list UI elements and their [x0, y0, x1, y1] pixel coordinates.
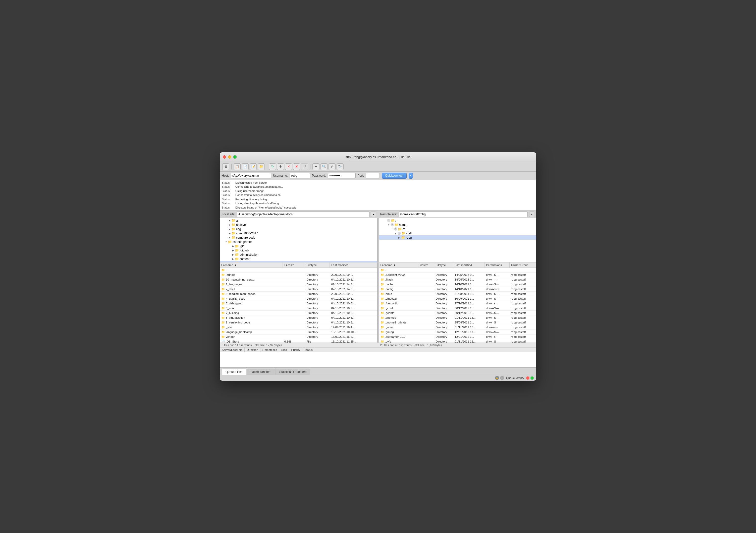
- local-tree-item[interactable]: ▶📁archive: [220, 223, 377, 227]
- type-cell: Directory: [434, 287, 453, 292]
- quickconnect-button[interactable]: Quickconnect: [382, 173, 407, 179]
- local-tree-item[interactable]: ▶📁administration: [220, 252, 377, 257]
- directory-btn[interactable]: 📁: [258, 164, 265, 170]
- remote-file-row[interactable]: 📁.gconfDirectory30/12/2012 1...drwx--S--…: [379, 306, 536, 311]
- remote-site-dropdown[interactable]: ▾: [529, 212, 534, 217]
- copy-btn[interactable]: 📋: [233, 164, 241, 170]
- remote-col-filetype[interactable]: Filetype: [434, 263, 453, 268]
- remote-tree-item[interactable]: ▾?📁staff: [379, 231, 536, 235]
- local-col-filename[interactable]: Filename ▲: [220, 263, 283, 268]
- local-file-row[interactable]: 📁vendorDirectory16/09/2021 16:2...: [220, 335, 377, 339]
- tree-item-label: home: [399, 223, 407, 227]
- queue-col-direction[interactable]: Direction: [245, 347, 260, 352]
- queue-col-remote[interactable]: Remote file: [260, 347, 279, 352]
- local-tree-item[interactable]: ▶📁compare-code: [220, 235, 377, 240]
- toggle-tree-btn[interactable]: ⚙: [277, 164, 284, 170]
- search-btn[interactable]: 🔍: [320, 164, 328, 170]
- remote-file-row[interactable]: 📁.gconfdDirectory30/12/2012 1...drwx--S-…: [379, 311, 536, 316]
- close-button[interactable]: [223, 155, 226, 159]
- local-file-row[interactable]: 📁2_shellDirectory07/10/2021 14:3...: [220, 287, 377, 292]
- remote-file-row[interactable]: 📁.gstreamer-0.10Directory12/01/2012 1...…: [379, 335, 536, 339]
- local-file-row[interactable]: 📁1_languagesDirectory07/10/2021 14:3...: [220, 282, 377, 287]
- local-tree-item[interactable]: ▾📁cs-tech-primer: [220, 240, 377, 244]
- view-btn[interactable]: 📄: [242, 164, 249, 170]
- local-file-row[interactable]: 📁8_virtualizationDirectory04/10/2021 10:…: [220, 316, 377, 320]
- port-input[interactable]: [366, 173, 380, 178]
- remote-tree-item[interactable]: ▾?📁cs: [379, 227, 536, 231]
- local-file-row[interactable]: 📁..: [220, 268, 377, 272]
- maximize-button[interactable]: [233, 155, 237, 159]
- remote-file-row[interactable]: 📁.emacs.dDirectory16/09/2021 1...drwx--S…: [379, 296, 536, 301]
- queue-col-priority[interactable]: Priority: [289, 347, 302, 352]
- remote-file-row[interactable]: 📁.cacheDirectory14/10/2021 1...drwx--S--…: [379, 282, 536, 287]
- remote-col-filename[interactable]: Filename ▲: [379, 263, 417, 268]
- remote-file-row[interactable]: 📁.gvfsDirectory01/11/2011 15...drwx--S--…: [379, 339, 536, 343]
- ownergroup-cell: robg csstaff: [509, 335, 536, 339]
- local-tree-item[interactable]: ▶📁.github: [220, 248, 377, 252]
- local-file-row[interactable]: 📁.bundleDirectory29/09/2021 09:...: [220, 272, 377, 277]
- local-file-row[interactable]: 📁3_reading_man_pagesDirectory29/09/2021 …: [220, 292, 377, 296]
- local-site-dropdown[interactable]: ▾: [371, 212, 376, 217]
- remote-col-ownergroup[interactable]: Owner/Group: [509, 263, 536, 268]
- host-input[interactable]: [231, 173, 271, 178]
- refresh-btn[interactable]: ↻: [269, 164, 276, 170]
- local-file-row[interactable]: 📁10_maintaining_serv...Directory04/10/20…: [220, 277, 377, 282]
- remote-col-permissions[interactable]: Permissions: [484, 263, 509, 268]
- remote-file-row[interactable]: 📁.Spotlight-V100Directory14/05/2018 0...…: [379, 272, 536, 277]
- local-site-path[interactable]: [237, 212, 369, 217]
- remote-file-row[interactable]: 📁.TrashDirectory14/05/2018 1...drwx-----…: [379, 277, 536, 282]
- folder-icon: 📁: [221, 278, 225, 281]
- local-tree-item[interactable]: ▶📁content: [220, 257, 377, 261]
- local-file-row[interactable]: 📁6_unixDirectory04/10/2021 10:5...: [220, 306, 377, 311]
- local-tree-item[interactable]: ▶📁comp1030-2017: [220, 231, 377, 235]
- local-file-row[interactable]: 📁5_debuggingDirectory04/10/2021 10:5...: [220, 301, 377, 306]
- remote-file-row[interactable]: 📁.gnome2Directory01/11/2011 15...drwx--S…: [379, 316, 536, 320]
- remote-file-row[interactable]: 📁..: [379, 268, 536, 272]
- tree-item-label: .github: [240, 249, 249, 252]
- local-tree-item[interactable]: ▶📁cog: [220, 227, 377, 231]
- password-input[interactable]: [328, 173, 356, 178]
- remote-file-row[interactable]: 📁.gnoteDirectory01/11/2011 15...drwx--s-…: [379, 325, 536, 330]
- sync-browse-btn[interactable]: ⇄: [329, 164, 336, 170]
- remote-site-path[interactable]: [399, 212, 528, 217]
- local-tree-item[interactable]: ▶📁.git: [220, 244, 377, 248]
- folder-icon: 📁: [391, 218, 395, 222]
- username-input[interactable]: [290, 173, 310, 178]
- remote-col-filesize[interactable]: Filesize: [417, 263, 434, 268]
- open-filter-btn[interactable]: ≡: [312, 164, 319, 170]
- remote-tree-item[interactable]: ▾?📁home: [379, 223, 536, 227]
- local-file-row[interactable]: 📁_siteDirectory17/09/2021 16:4...: [220, 325, 377, 330]
- remote-file-row[interactable]: 📁.gnupgDirectory12/01/2012 17...drwx--S-…: [379, 330, 536, 335]
- compare-btn[interactable]: 🔭: [337, 164, 343, 170]
- remote-col-lastmod[interactable]: Last modified: [453, 263, 484, 268]
- cancel-btn[interactable]: ✕: [285, 164, 292, 170]
- tab-failed[interactable]: Failed transfers: [247, 368, 275, 375]
- site-manager-btn[interactable]: ⊞: [222, 164, 229, 170]
- edit-btn[interactable]: 📝: [250, 164, 257, 170]
- remote-file-row[interactable]: 📁.configDirectory14/10/2021 1...drwxr-sr…: [379, 287, 536, 292]
- remote-tree-item[interactable]: ▶📁robg: [379, 235, 536, 240]
- minimize-button[interactable]: [228, 155, 231, 159]
- local-col-filetype[interactable]: Filetype: [305, 263, 330, 268]
- local-col-lastmod[interactable]: Last modified: [330, 263, 377, 268]
- queue-col-server_local[interactable]: Server/Local file: [220, 347, 245, 352]
- queue-col-status[interactable]: Status: [302, 347, 315, 352]
- local-file-row[interactable]: 📄.DS_Store6,148File13/10/2021 11:35...: [220, 339, 377, 343]
- remote-file-row[interactable]: 📁.dbusDirectory31/08/2011 1...drwx--S---…: [379, 292, 536, 296]
- queue-col-size[interactable]: Size: [279, 347, 289, 352]
- remote-file-row[interactable]: 📁.gnome2_privateDirectory25/08/2011 1...…: [379, 320, 536, 325]
- disconnect-btn[interactable]: ✖: [293, 164, 300, 170]
- local-file-row[interactable]: 📁4_quality_codeDirectory04/10/2021 10:5.…: [220, 296, 377, 301]
- local-tree-item[interactable]: ▶📁ai: [220, 218, 377, 223]
- local-file-row[interactable]: 📁9_versioning_codeDirectory04/10/2021 10…: [220, 320, 377, 325]
- tab-successful[interactable]: Successful transfers: [276, 368, 310, 375]
- quickconnect-dropdown[interactable]: ▾: [409, 173, 413, 179]
- tab-queued[interactable]: Queued files: [222, 368, 246, 375]
- filename-cell: 📁9_versioning_code: [220, 320, 283, 325]
- reconnect-btn[interactable]: ↺: [301, 164, 308, 170]
- local-col-filesize[interactable]: Filesize: [283, 263, 305, 268]
- remote-tree-item[interactable]: ?📁/: [379, 218, 536, 223]
- remote-file-row[interactable]: 📁.fontconfigDirectory27/10/2011 1...drwx…: [379, 301, 536, 306]
- local-file-row[interactable]: 📁7_buildingDirectory04/10/2021 10:5...: [220, 311, 377, 316]
- local-file-row[interactable]: 📁language_bootcampDirectory13/10/2021 10…: [220, 330, 377, 335]
